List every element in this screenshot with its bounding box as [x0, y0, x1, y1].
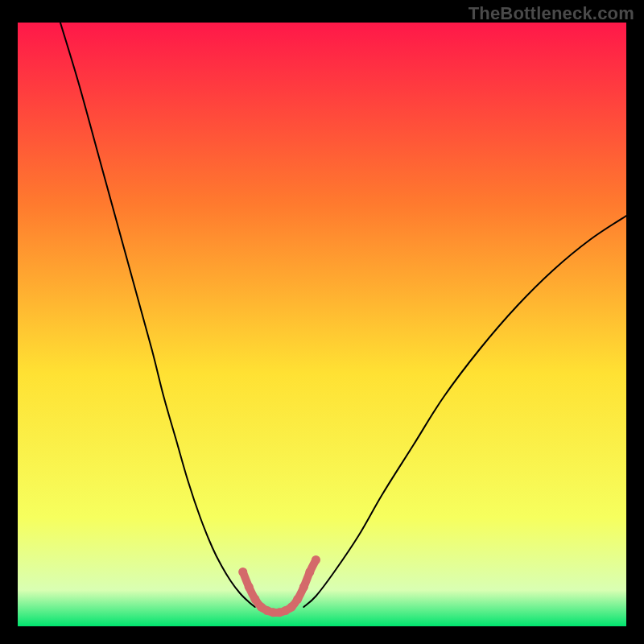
- chart-stage: TheBottleneck.com: [0, 0, 644, 644]
- accent-dot: [238, 568, 247, 576]
- gradient-backdrop: [18, 23, 626, 626]
- plot-area: [18, 23, 626, 626]
- accent-dot: [250, 595, 259, 604]
- accent-dot: [293, 595, 302, 604]
- accent-dot: [312, 555, 320, 564]
- accent-dot: [245, 583, 254, 592]
- accent-dot: [305, 568, 314, 576]
- accent-dot: [287, 603, 296, 612]
- accent-dot: [299, 583, 308, 592]
- plot-svg: [18, 23, 626, 626]
- watermark-label: TheBottleneck.com: [469, 3, 634, 24]
